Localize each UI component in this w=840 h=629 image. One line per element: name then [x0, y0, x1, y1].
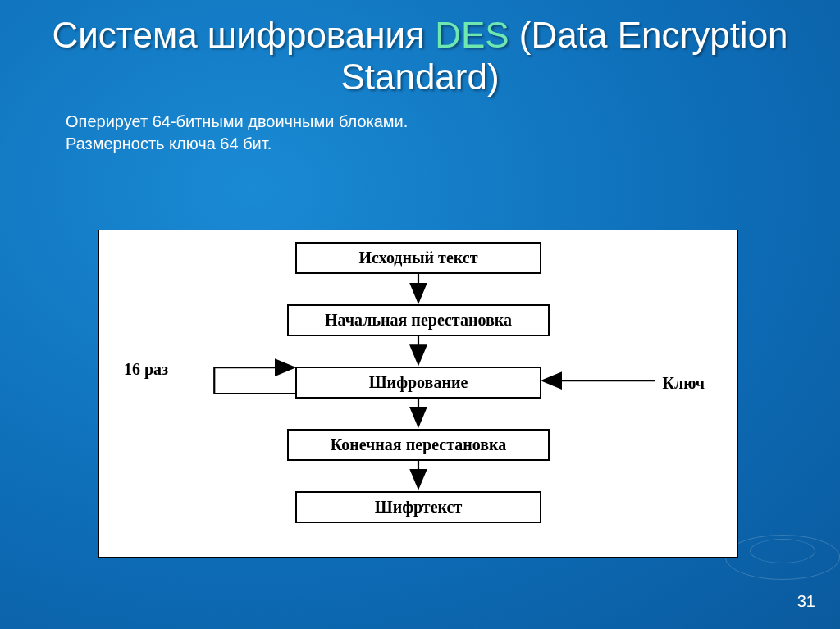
- slide-subtext: Оперирует 64-битными двоичными блоками. …: [0, 98, 840, 155]
- flow-box-source-text: Исходный текст: [295, 242, 541, 274]
- flow-box-ciphertext: Шифртекст: [295, 491, 541, 523]
- loop-label: 16 раз: [124, 360, 168, 379]
- decorative-ripple: [725, 535, 840, 580]
- decorative-ripple: [750, 539, 815, 563]
- title-part1: Система шифрования: [52, 15, 435, 55]
- flow-box-encryption: Шифрование: [295, 367, 541, 399]
- subtext-line2: Размерность ключа 64 бит.: [66, 133, 774, 155]
- title-accent: DES: [435, 15, 509, 55]
- key-label: Ключ: [662, 374, 705, 393]
- page-number: 31: [797, 592, 815, 611]
- subtext-line1: Оперирует 64-битными двоичными блоками.: [66, 111, 774, 133]
- flow-box-initial-permute: Начальная перестановка: [287, 304, 550, 336]
- slide-title: Система шифрования DES (Data Encryption …: [0, 0, 840, 98]
- diagram-panel: Исходный текст Начальная перестановка Ши…: [98, 230, 738, 558]
- flowchart: Исходный текст Начальная перестановка Ши…: [99, 230, 737, 557]
- flow-box-final-permute: Конечная перестановка: [287, 429, 550, 461]
